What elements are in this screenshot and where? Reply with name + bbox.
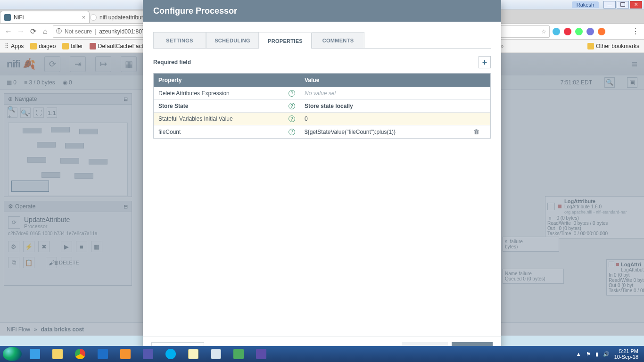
back-button[interactable]: ← xyxy=(4,27,13,36)
help-icon[interactable]: ? xyxy=(289,103,295,109)
windows-taskbar: ▲ ⚑ ▮ 🔊 5:21 PM10-Sep-18 xyxy=(0,346,644,362)
tray-network-icon[interactable]: ▮ xyxy=(595,351,598,357)
property-header: Property xyxy=(154,74,300,87)
dialog-title: Configure Processor xyxy=(143,0,501,22)
taskbar-app[interactable] xyxy=(228,347,249,361)
tray-flag-icon[interactable]: ⚑ xyxy=(586,351,591,357)
taskbar-explorer[interactable] xyxy=(47,347,68,361)
apps-shortcut[interactable]: ⠿Apps xyxy=(5,43,24,49)
tray-chevron-icon[interactable]: ▲ xyxy=(576,351,581,357)
property-row[interactable]: Delete Attributes Expression? No value s… xyxy=(154,87,490,99)
taskbar-teams[interactable] xyxy=(138,347,158,361)
window-maximize-button[interactable] xyxy=(617,1,629,8)
dialog-tabs: SETTINGS SCHEDULING PROPERTIES COMMENTS xyxy=(153,32,491,49)
close-tab-icon[interactable]: × xyxy=(82,14,85,21)
taskbar-outlook[interactable] xyxy=(92,347,113,361)
value-header: Value xyxy=(300,74,462,87)
add-property-button[interactable]: + xyxy=(479,56,491,68)
window-minimize-button[interactable] xyxy=(603,1,616,8)
start-button[interactable] xyxy=(3,347,22,361)
google-favicon xyxy=(90,14,97,21)
configure-processor-dialog: Configure Processor SETTINGS SCHEDULING … xyxy=(143,0,501,362)
tab-scheduling[interactable]: SCHEDULING xyxy=(206,32,259,48)
tab-comments[interactable]: COMMENTS xyxy=(312,32,364,48)
property-row[interactable]: fileCount? ${getStateValue("fileCount"):… xyxy=(154,125,490,138)
taskbar-ie[interactable] xyxy=(25,347,45,361)
taskbar-media[interactable] xyxy=(115,347,136,361)
bookmark-item[interactable]: biller xyxy=(62,43,83,49)
not-secure-label: Not secure xyxy=(65,28,92,35)
tab-label: NiFi xyxy=(14,14,24,21)
property-row[interactable]: Store State? Store state locally xyxy=(154,99,490,112)
taskbar-notepad[interactable] xyxy=(183,347,204,361)
extension-icon[interactable] xyxy=(598,28,605,35)
bookmark-item[interactable]: diageo xyxy=(30,43,56,49)
forward-button[interactable]: → xyxy=(16,27,25,36)
extensions-row xyxy=(553,28,628,35)
home-button[interactable]: ⌂ xyxy=(41,27,50,36)
tab-settings[interactable]: SETTINGS xyxy=(153,32,206,48)
extension-icon[interactable] xyxy=(564,28,571,35)
window-close-button[interactable]: ✕ xyxy=(630,1,642,8)
extension-icon[interactable] xyxy=(586,28,594,35)
windows-user-badge: Rakesh xyxy=(572,1,599,8)
help-icon[interactable]: ? xyxy=(289,115,295,122)
help-icon[interactable]: ? xyxy=(289,129,295,135)
help-icon[interactable]: ? xyxy=(289,90,295,97)
properties-table: Property Value Delete Attributes Express… xyxy=(153,73,491,139)
other-bookmarks[interactable]: Other bookmarks xyxy=(587,43,639,49)
delete-property-icon[interactable]: 🗑 xyxy=(473,128,479,135)
extension-icon[interactable] xyxy=(553,28,560,35)
taskbar-chrome[interactable] xyxy=(70,347,91,361)
system-tray[interactable]: ▲ ⚑ ▮ 🔊 5:21 PM10-Sep-18 xyxy=(576,348,641,360)
chrome-menu-button[interactable]: ⋮ xyxy=(631,27,640,36)
bookmark-item[interactable]: DefaultCacheFactory xyxy=(90,43,151,49)
required-field-label: Required field xyxy=(153,59,191,66)
tab-properties[interactable]: PROPERTIES xyxy=(259,33,312,49)
browser-tab-nifi[interactable]: NiFi × xyxy=(0,11,90,23)
taskbar-skype[interactable] xyxy=(160,347,181,361)
tray-clock[interactable]: 5:21 PM10-Sep-18 xyxy=(614,348,638,360)
tray-volume-icon[interactable]: 🔊 xyxy=(603,351,610,357)
reload-button[interactable]: ⟳ xyxy=(28,27,38,36)
nifi-favicon xyxy=(4,14,11,21)
extension-icon[interactable] xyxy=(575,28,583,35)
taskbar-calc[interactable] xyxy=(206,347,226,361)
taskbar-app[interactable] xyxy=(251,347,272,361)
property-row[interactable]: Stateful Variables Initial Value? 0 xyxy=(154,112,490,125)
